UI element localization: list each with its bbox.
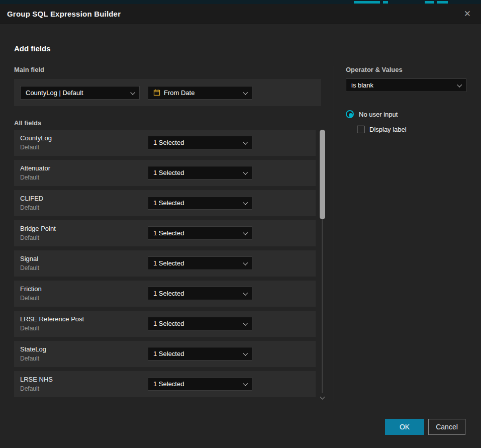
field-row: Bridge Point Default 1 Selected <box>14 220 316 246</box>
field-row: Friction Default 1 Selected <box>14 281 316 307</box>
display-label-text: Display label <box>369 126 407 133</box>
main-field-source-select[interactable]: CountyLog | Default <box>20 86 140 100</box>
dialog-screen: Group SQL Expression Builder ✕ Add field… <box>0 0 481 448</box>
field-row: StateLog Default 1 Selected <box>14 341 316 367</box>
background-fragment <box>354 1 380 4</box>
field-name: StateLog <box>20 345 46 353</box>
field-row: CountyLog Default 1 Selected <box>14 130 316 156</box>
field-subtitle: Default <box>20 295 39 302</box>
chevron-down-icon <box>243 89 248 95</box>
field-subtitle: Default <box>20 264 39 272</box>
chevron-down-icon <box>243 140 248 145</box>
field-row: CLIFED Default 1 Selected <box>14 190 316 216</box>
field-selected-dropdown[interactable]: 1 Selected <box>148 377 252 391</box>
chevron-down-icon <box>243 381 248 386</box>
field-selected-value: 1 Selected <box>153 290 184 297</box>
chevron-down-icon <box>243 321 248 326</box>
background-fragment <box>425 1 434 4</box>
field-name: LRSE Reference Post <box>20 315 84 323</box>
field-selected-dropdown[interactable]: 1 Selected <box>148 196 252 210</box>
main-field-panel: CountyLog | Default From Date <box>14 79 321 106</box>
field-subtitle: Default <box>20 355 39 362</box>
field-name: Friction <box>20 285 42 293</box>
field-subtitle: Default <box>20 325 39 332</box>
field-selected-value: 1 Selected <box>153 199 184 207</box>
radio-selected-icon <box>346 110 354 118</box>
scrollbar-thumb[interactable] <box>320 130 325 219</box>
main-field-date-value: From Date <box>164 89 195 97</box>
scrollbar[interactable] <box>320 130 325 401</box>
close-icon[interactable]: ✕ <box>461 8 474 20</box>
field-name: Signal <box>20 255 38 262</box>
field-row: Signal Default 1 Selected <box>14 250 316 277</box>
add-fields-heading: Add fields <box>14 44 51 53</box>
field-name: CountyLog <box>20 134 52 142</box>
field-subtitle: Default <box>20 234 39 241</box>
field-row: LRSE NHS Default 1 Selected <box>14 371 316 397</box>
background-fragment <box>383 1 388 4</box>
operator-select[interactable]: is blank <box>346 78 466 92</box>
field-selected-dropdown[interactable]: 1 Selected <box>148 166 252 180</box>
display-label-checkbox[interactable]: Display label <box>357 126 407 133</box>
no-user-input-label: No user input <box>359 111 398 118</box>
field-selected-value: 1 Selected <box>153 320 184 327</box>
all-fields-label: All fields <box>14 119 41 127</box>
field-subtitle: Default <box>20 385 39 392</box>
main-field-label: Main field <box>14 66 44 73</box>
checkbox-unchecked-icon <box>357 126 364 133</box>
chevron-down-icon <box>243 260 248 265</box>
field-subtitle: Default <box>20 204 39 211</box>
chevron-down-icon <box>243 200 248 205</box>
calendar-icon <box>153 89 160 96</box>
operator-values-label: Operator & Values <box>346 66 403 73</box>
background-fragment <box>437 1 448 4</box>
field-selected-dropdown[interactable]: 1 Selected <box>148 256 252 270</box>
chevron-down-icon <box>243 170 248 175</box>
field-selected-value: 1 Selected <box>153 380 184 388</box>
main-field-date-select[interactable]: From Date <box>148 86 252 100</box>
field-row: Attenuator Default 1 Selected <box>14 160 316 186</box>
vertical-divider <box>334 66 334 401</box>
chevron-down-icon <box>130 89 135 95</box>
ok-button[interactable]: OK <box>385 419 424 435</box>
field-selected-dropdown[interactable]: 1 Selected <box>148 287 252 300</box>
field-name: Bridge Point <box>20 225 56 232</box>
field-selected-value: 1 Selected <box>153 229 184 237</box>
main-field-source-value: CountyLog | Default <box>26 89 83 97</box>
chevron-down-icon <box>243 351 248 356</box>
field-selected-dropdown[interactable]: 1 Selected <box>148 136 252 149</box>
field-selected-dropdown[interactable]: 1 Selected <box>148 226 252 240</box>
field-selected-value: 1 Selected <box>153 259 184 267</box>
no-user-input-radio[interactable]: No user input <box>346 110 398 118</box>
field-selected-dropdown[interactable]: 1 Selected <box>148 347 252 361</box>
background-app-strip <box>0 0 481 4</box>
field-selected-value: 1 Selected <box>153 169 184 176</box>
field-selected-value: 1 Selected <box>153 350 184 357</box>
all-fields-list: CountyLog Default 1 Selected Attenuator … <box>14 130 316 401</box>
chevron-down-icon <box>243 230 248 235</box>
chevron-down-icon <box>243 291 248 296</box>
field-selected-dropdown[interactable]: 1 Selected <box>148 317 252 330</box>
dialog-title: Group SQL Expression Builder <box>7 10 121 18</box>
scroll-down-icon[interactable] <box>320 395 325 400</box>
field-subtitle: Default <box>20 144 39 151</box>
cancel-button[interactable]: Cancel <box>428 419 465 435</box>
dialog-header: Group SQL Expression Builder ✕ <box>0 4 481 24</box>
chevron-down-icon <box>457 82 462 87</box>
field-selected-value: 1 Selected <box>153 139 184 146</box>
field-name: CLIFED <box>20 195 43 202</box>
field-name: Attenuator <box>20 164 50 172</box>
field-row: LRSE Reference Post Default 1 Selected <box>14 311 316 337</box>
field-subtitle: Default <box>20 174 39 181</box>
operator-value: is blank <box>351 81 373 89</box>
field-name: LRSE NHS <box>20 376 53 383</box>
